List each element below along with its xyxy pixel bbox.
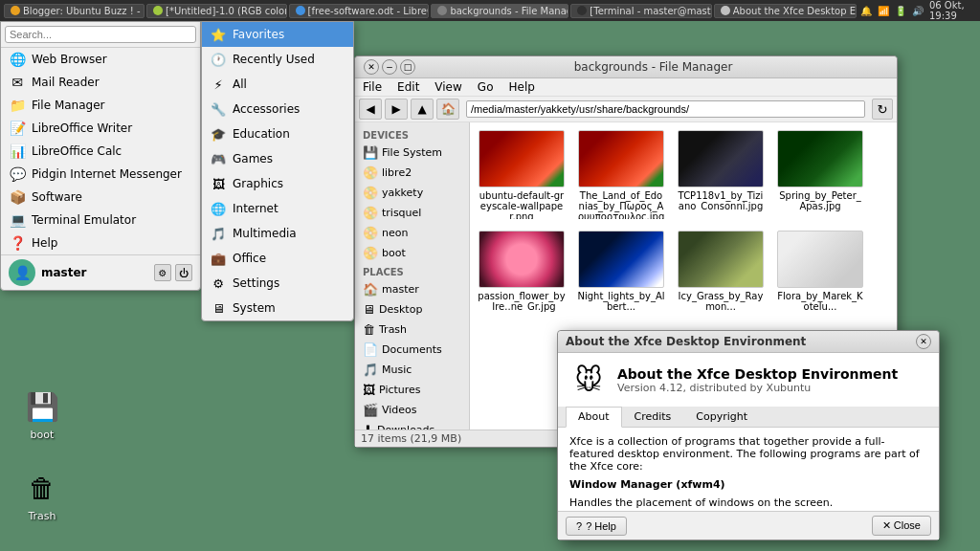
fm-up-btn[interactable]: ▲: [411, 99, 434, 120]
fm-max-btn[interactable]: □: [400, 59, 415, 75]
task-gimp[interactable]: [*Untitled]-1.0 (RGB color ...: [146, 4, 287, 18]
fm-title: backgrounds - File Manager: [415, 60, 891, 74]
cat-multimedia[interactable]: 🎵 Multimedia: [202, 221, 353, 246]
education-icon: 🎓: [210, 125, 227, 143]
sidebar-music[interactable]: 🎵 Music: [355, 360, 469, 380]
task-terminal[interactable]: [Terminal - master@maste...: [570, 4, 711, 18]
app-menu-item-terminal[interactable]: 💻 Terminal Emulator: [1, 209, 200, 231]
libre2-icon: 📀: [363, 165, 378, 180]
app-menu-item-software[interactable]: 📦 Software: [1, 186, 200, 209]
cat-graphics[interactable]: 🖼 Graphics: [202, 171, 353, 196]
about-content: Xfce is a collection of programs that to…: [558, 428, 939, 511]
power-btn[interactable]: ⏻: [175, 264, 192, 281]
app-menu-item-filemanager[interactable]: 📁 File Manager: [1, 94, 200, 117]
fm-back-btn[interactable]: ◀: [359, 99, 382, 120]
fm-item-3[interactable]: Spring_by_Peter_Apas.jpg: [772, 126, 868, 223]
fm-menu-view[interactable]: View: [431, 79, 465, 95]
app-menu-item-mailreader[interactable]: ✉ Mail Reader: [1, 71, 200, 94]
fm-forward-btn[interactable]: ▶: [385, 99, 408, 120]
sidebar-videos[interactable]: 🎬 Videos: [355, 400, 469, 420]
settings-cat-icon: ⚙: [210, 275, 227, 292]
app-menu-item-help[interactable]: ❓ Help: [1, 231, 200, 254]
sidebar-master[interactable]: 🏠 master: [355, 279, 469, 299]
sidebar-yakkety[interactable]: 📀 yakkety: [355, 183, 469, 203]
fm-item-0[interactable]: ubuntu-default-greyscale-wallpaper.png: [474, 126, 569, 223]
desktop-icon-trash[interactable]: 🗑 Trash: [11, 469, 73, 522]
cat-education[interactable]: 🎓 Education: [202, 121, 353, 146]
fm-min-btn[interactable]: −: [382, 59, 397, 75]
task-about[interactable]: About the Xfce Desktop En...: [714, 4, 857, 18]
fm-item-1[interactable]: The_Land_of_Edonias_by_Πωρος_Αρυυπορτουλ…: [573, 126, 669, 223]
pictures-icon: 🖼: [363, 383, 375, 397]
fm-item-7[interactable]: Flora_by_Marek_Kotelu...: [772, 227, 868, 316]
favorites-icon: ⭐: [210, 26, 227, 43]
sidebar-boot[interactable]: 📀 boot: [355, 243, 469, 263]
about-dialog-title: About the Xfce Desktop Environment: [566, 335, 913, 348]
search-input[interactable]: [5, 26, 196, 43]
sidebar-trisquel[interactable]: 📀 trisquel: [355, 203, 469, 223]
sidebar-documents[interactable]: 📄 Documents: [355, 340, 469, 360]
about-close-wm-btn[interactable]: ✕: [916, 334, 931, 349]
cat-office[interactable]: 💼 Office: [202, 246, 353, 271]
videos-icon: 🎬: [363, 403, 378, 417]
fm-menu-edit[interactable]: Edit: [393, 79, 423, 95]
filesystem-icon: 💾: [363, 145, 378, 160]
cat-accessories[interactable]: 🔧 Accessories: [202, 97, 353, 121]
cat-recently-used[interactable]: 🕐 Recently Used: [202, 47, 353, 72]
fm-close-btn[interactable]: ✕: [364, 59, 379, 75]
sidebar-neon[interactable]: 📀 neon: [355, 223, 469, 243]
task-filemanager[interactable]: backgrounds - File Manager: [431, 4, 568, 18]
fm-menu-help[interactable]: Help: [504, 79, 538, 95]
settings-btn[interactable]: ⚙: [154, 264, 171, 281]
desktop-icon-boot[interactable]: 💾 boot: [11, 387, 73, 441]
fm-refresh-btn[interactable]: ↻: [872, 99, 893, 120]
app-menu-item-pidgin[interactable]: 💬 Pidgin Internet Messenger: [1, 163, 200, 186]
fm-address-bar[interactable]: [466, 100, 865, 118]
cat-settings[interactable]: ⚙ Settings: [202, 271, 353, 296]
task-blogger[interactable]: Blogger: Ubuntu Buzz ! - E...: [4, 4, 145, 18]
thumb-7: [777, 231, 863, 288]
task-libreoffice[interactable]: [free-software.odt - LibreO...: [289, 4, 430, 18]
app-menu-item-calc[interactable]: 📊 LibreOffice Calc: [1, 140, 200, 163]
file-manager-icon: 📁: [9, 97, 26, 114]
cat-all[interactable]: ⚡ All: [202, 72, 353, 97]
fm-item-2[interactable]: TCP118v1_by_Tiziano_Consonni.jpg: [673, 126, 768, 223]
cat-internet[interactable]: 🌐 Internet: [202, 196, 353, 221]
documents-icon: 📄: [363, 342, 378, 357]
fm-menu-file[interactable]: File: [359, 79, 386, 95]
app-menu-item-webbrowser[interactable]: 🌐 Web Browser: [1, 48, 200, 71]
about-titlebar: About the Xfce Desktop Environment ✕: [558, 331, 939, 353]
search-bar: [1, 22, 200, 48]
about-help-btn[interactable]: ? ? Help: [566, 517, 627, 536]
terminal-icon: 💻: [9, 211, 26, 229]
fm-item-4[interactable]: passion_flower_by_Ire..ne_Gr.jpg: [474, 227, 569, 316]
tab-credits[interactable]: Credits: [622, 407, 684, 427]
fm-menu-go[interactable]: Go: [474, 79, 498, 95]
software-icon: 📦: [9, 188, 26, 206]
sidebar-filesystem[interactable]: 💾 File System: [355, 143, 469, 163]
help-btn-icon: ?: [576, 520, 582, 532]
sidebar-trash[interactable]: 🗑 Trash: [355, 320, 469, 340]
sidebar-pictures[interactable]: 🖼 Pictures: [355, 380, 469, 400]
username: master: [41, 266, 87, 279]
app-menu-item-writer[interactable]: 📝 LibreOffice Writer: [1, 117, 200, 140]
notification-icon: 🔔: [860, 6, 872, 16]
about-dialog: About the Xfce Desktop Environment ✕ 🐭 A…: [557, 330, 940, 540]
cat-favorites[interactable]: ⭐ Favorites: [202, 22, 353, 47]
sidebar-downloads[interactable]: ⬇ Downloads: [355, 420, 469, 430]
about-close-btn[interactable]: ✕ Close: [872, 516, 931, 536]
sidebar-desktop[interactable]: 🖥 Desktop: [355, 299, 469, 320]
fm-item-6[interactable]: Icy_Grass_by_Raymon...: [673, 227, 768, 316]
cat-system[interactable]: 🖥 System: [202, 296, 353, 320]
multimedia-icon: 🎵: [210, 225, 227, 242]
sidebar-libre2[interactable]: 📀 libre2: [355, 163, 469, 183]
fm-home-btn[interactable]: 🏠: [436, 99, 459, 120]
mail-reader-icon: ✉: [9, 74, 26, 91]
music-icon: 🎵: [363, 363, 378, 377]
clock: 06 Okt, 19:39: [929, 0, 976, 21]
fm-item-5[interactable]: Night_lights_by_Albert...: [573, 227, 669, 316]
cat-games[interactable]: 🎮 Games: [202, 146, 353, 171]
thumb-0: [479, 130, 565, 187]
tab-about[interactable]: About: [566, 407, 622, 428]
tab-copyright[interactable]: Copyright: [683, 407, 760, 427]
